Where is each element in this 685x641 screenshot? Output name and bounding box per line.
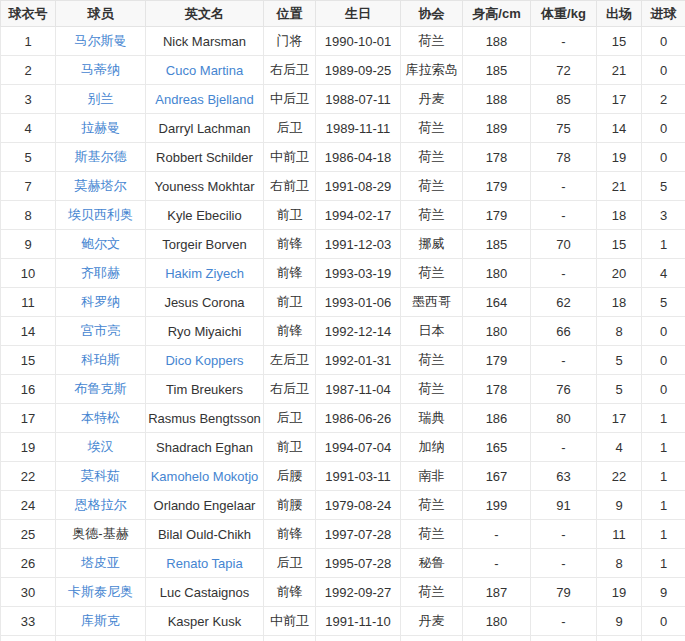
cell-appearances: 20 [597, 259, 642, 288]
cell-empty [264, 636, 316, 641]
cell-birthday: 1992-01-31 [316, 346, 401, 375]
cell-birthday: 1991-03-11 [316, 462, 401, 491]
cell-player-name-en: Torgeir Borven [146, 230, 264, 259]
cell-empty [56, 636, 146, 641]
cell-player-name-cn: 奥德-基赫 [56, 520, 146, 549]
cell-association: 荷兰 [401, 114, 463, 143]
cell-appearances: 21 [597, 172, 642, 201]
cell-empty [463, 636, 531, 641]
cell-player-name-cn: 马尔斯曼 [56, 27, 146, 56]
cell-jersey-number: 10 [1, 259, 56, 288]
table-row: 1马尔斯曼Nick Marsman门将1990-10-01荷兰188-150 [1, 27, 685, 56]
cell-player-name-cn-link[interactable]: 卡斯泰尼奥 [68, 584, 133, 599]
cell-association: 库拉索岛 [401, 56, 463, 85]
cell-weight: 76 [531, 375, 597, 404]
table-header: 球衣号 球员 英文名 位置 生日 协会 身高/cm 体重/kg 出场 进球 [1, 1, 685, 27]
cell-player-name-en-link[interactable]: Hakim Ziyech [165, 266, 244, 281]
cell-weight: 66 [531, 317, 597, 346]
cell-player-name-cn: 莫赫塔尔 [56, 172, 146, 201]
cell-weight: 62 [531, 288, 597, 317]
cell-jersey-number: 16 [1, 375, 56, 404]
cell-player-name-en-link[interactable]: Kamohelo Mokotjo [151, 469, 259, 484]
cell-association: 荷兰 [401, 259, 463, 288]
cell-player-name-en-link[interactable]: Andreas Bjelland [155, 92, 253, 107]
cell-association: 南非 [401, 462, 463, 491]
cell-player-name-en: Tim Breukers [146, 375, 264, 404]
cell-player-name-cn-link[interactable]: 莫科茹 [81, 468, 120, 483]
table-row-partial [1, 636, 685, 641]
cell-height: 179 [463, 172, 531, 201]
cell-player-name-cn-link[interactable]: 马蒂纳 [81, 62, 120, 77]
cell-player-name-en: Robbert Schilder [146, 143, 264, 172]
cell-player-name-cn-link[interactable]: 拉赫曼 [81, 120, 120, 135]
cell-player-name-cn: 宫市亮 [56, 317, 146, 346]
cell-association: 荷兰 [401, 346, 463, 375]
cell-player-name-cn-link[interactable]: 鲍尔文 [81, 236, 120, 251]
cell-player-name-en-link[interactable]: Renato Tapia [166, 556, 242, 571]
cell-player-name-cn-link[interactable]: 塔皮亚 [81, 555, 120, 570]
cell-player-name-cn: 斯基尔德 [56, 143, 146, 172]
cell-height: 167 [463, 462, 531, 491]
cell-birthday: 1989-11-11 [316, 114, 401, 143]
cell-goals: 0 [642, 114, 685, 143]
cell-player-name-en-link[interactable]: Cuco Martina [166, 63, 243, 78]
cell-height: 188 [463, 27, 531, 56]
col-header-english-name: 英文名 [146, 1, 264, 27]
cell-empty [316, 636, 401, 641]
cell-player-name-cn-link[interactable]: 埃汉 [88, 439, 114, 454]
cell-player-name-cn-link[interactable]: 科珀斯 [81, 352, 120, 367]
cell-player-name-cn-link[interactable]: 布鲁克斯 [75, 381, 127, 396]
cell-birthday: 1991-08-29 [316, 172, 401, 201]
cell-goals: 1 [642, 520, 685, 549]
cell-jersey-number: 1 [1, 27, 56, 56]
cell-birthday: 1994-07-04 [316, 433, 401, 462]
cell-goals: 3 [642, 201, 685, 230]
cell-player-name-cn-link[interactable]: 莫赫塔尔 [75, 178, 127, 193]
col-header-player: 球员 [56, 1, 146, 27]
table-row: 7莫赫塔尔Youness Mokhtar右前卫1991-08-29荷兰179-2… [1, 172, 685, 201]
cell-appearances: 9 [597, 607, 642, 636]
table-body: 1马尔斯曼Nick Marsman门将1990-10-01荷兰188-1502马… [1, 27, 685, 641]
cell-player-name-cn: 科罗纳 [56, 288, 146, 317]
cell-jersey-number: 3 [1, 85, 56, 114]
cell-player-name-cn-link[interactable]: 科罗纳 [81, 294, 120, 309]
cell-player-name-cn-link[interactable]: 库斯克 [81, 613, 120, 628]
cell-association: 荷兰 [401, 491, 463, 520]
cell-goals: 1 [642, 433, 685, 462]
cell-height: 185 [463, 56, 531, 85]
cell-player-name-cn-link[interactable]: 恩格拉尔 [75, 497, 127, 512]
cell-position: 前卫 [264, 201, 316, 230]
cell-goals: 0 [642, 143, 685, 172]
cell-birthday: 1994-02-17 [316, 201, 401, 230]
cell-jersey-number: 17 [1, 404, 56, 433]
cell-player-name-cn-link[interactable]: 马尔斯曼 [75, 33, 127, 48]
cell-goals: 0 [642, 56, 685, 85]
cell-player-name-cn-link[interactable]: 本特松 [81, 410, 120, 425]
cell-player-name-en: Kamohelo Mokotjo [146, 462, 264, 491]
cell-player-name-en: Hakim Ziyech [146, 259, 264, 288]
cell-player-name-en: Cuco Martina [146, 56, 264, 85]
cell-association: 加纳 [401, 433, 463, 462]
cell-player-name-en: Andreas Bjelland [146, 85, 264, 114]
cell-player-name-cn-link[interactable]: 齐耶赫 [81, 265, 120, 280]
cell-height: 178 [463, 375, 531, 404]
cell-height: 180 [463, 317, 531, 346]
cell-height: 179 [463, 201, 531, 230]
cell-position: 前锋 [264, 317, 316, 346]
cell-player-name-cn-link[interactable]: 斯基尔德 [75, 149, 127, 164]
cell-appearances: 19 [597, 578, 642, 607]
cell-player-name-cn-link[interactable]: 埃贝西利奥 [68, 207, 133, 222]
col-header-appearances: 出场 [597, 1, 642, 27]
cell-birthday: 1993-01-06 [316, 288, 401, 317]
cell-player-name-cn-link[interactable]: 宫市亮 [81, 323, 120, 338]
cell-player-name-en: Bilal Ould-Chikh [146, 520, 264, 549]
cell-birthday: 1993-03-19 [316, 259, 401, 288]
cell-association: 日本 [401, 317, 463, 346]
cell-player-name-en-link[interactable]: Dico Koppers [165, 353, 243, 368]
cell-player-name-cn-link[interactable]: 别兰 [88, 91, 114, 106]
cell-appearances: 21 [597, 56, 642, 85]
roster-table-container: 球衣号 球员 英文名 位置 生日 协会 身高/cm 体重/kg 出场 进球 1马… [0, 0, 685, 641]
cell-weight: - [531, 201, 597, 230]
table-row: 24恩格拉尔Orlando Engelaar前腰1979-08-24荷兰1999… [1, 491, 685, 520]
cell-empty [531, 636, 597, 641]
